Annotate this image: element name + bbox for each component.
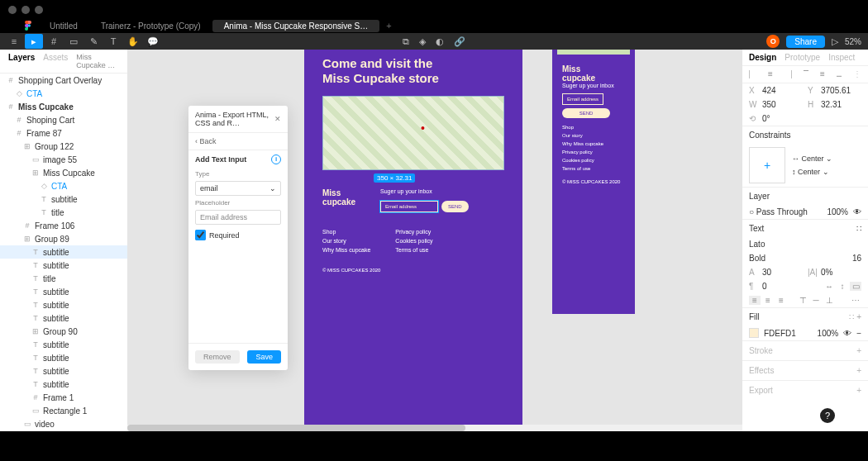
send-button[interactable]: SEND <box>441 201 469 212</box>
layer-item[interactable]: ⊞Group 89 <box>0 232 127 245</box>
blend-mode[interactable]: ○ Pass Through <box>749 207 808 216</box>
footer-link[interactable]: Cookies policy <box>395 238 432 244</box>
layer-item[interactable]: Tsubtitle <box>0 245 127 259</box>
design-frame-mobile[interactable]: Misscupcake Suger up your inbox Email ad… <box>552 50 635 314</box>
layer-item[interactable]: ▭video <box>0 417 127 430</box>
layer-item[interactable]: Tsubtitle <box>0 351 127 364</box>
constraint-widget[interactable] <box>749 147 785 183</box>
layer-item[interactable]: #Frame 87 <box>0 126 127 140</box>
footer-link[interactable]: Why Miss cupcake <box>322 247 370 253</box>
layer-item[interactable]: ⊞Group 88 <box>0 430 127 431</box>
line-height[interactable]: 30 <box>762 268 803 277</box>
inspect-tab[interactable]: Inspect <box>828 53 855 62</box>
text-align-row[interactable]: ≡≡≡⊤─⊥⋯ <box>742 293 868 307</box>
menu-button[interactable]: ≡ <box>5 34 23 49</box>
x-input[interactable]: 424 <box>762 86 803 95</box>
h-input[interactable]: 32.31 <box>821 100 861 109</box>
assets-tab[interactable]: Assets <box>43 53 68 69</box>
fill-opacity[interactable]: 100% <box>818 329 839 338</box>
move-tool[interactable]: ▸ <box>25 34 43 49</box>
horizontal-scrollbar[interactable] <box>127 425 742 431</box>
tab-trainerz[interactable]: Trainerz - Prototype (Copy) <box>89 20 212 32</box>
font-weight[interactable]: Bold <box>749 254 847 263</box>
back-button[interactable]: ‹ Back <box>188 133 288 150</box>
zoom-level[interactable]: 52% <box>845 37 861 46</box>
share-button[interactable]: Share <box>786 36 825 48</box>
align-controls[interactable]: ⎸≡⎹⎺≡⎽⋮ <box>742 66 868 83</box>
font-size[interactable]: 16 <box>852 254 861 263</box>
footer-link[interactable]: Why Miss cupcake <box>562 141 625 146</box>
layer-item[interactable]: Tsubtitle <box>0 364 127 378</box>
comment-tool[interactable]: 💬 <box>144 34 162 49</box>
component-icon[interactable]: ◈ <box>419 36 426 47</box>
info-icon[interactable]: i <box>271 154 281 164</box>
layer-item[interactable]: ▭image 55 <box>0 153 127 166</box>
layer-item[interactable]: #Shoping Cart <box>0 113 127 126</box>
placeholder-input[interactable]: Email address <box>195 210 281 225</box>
footer-link[interactable]: Shop <box>562 125 625 130</box>
letter-spacing[interactable]: 0% <box>821 268 861 277</box>
v-constraint[interactable]: ↕ Center ⌄ <box>792 168 832 176</box>
y-input[interactable]: 3705.61 <box>821 86 861 95</box>
help-button[interactable]: ? <box>820 408 835 423</box>
present-button[interactable]: ▷ <box>832 36 838 47</box>
layer-item[interactable]: ◇CTA <box>0 179 127 192</box>
style-picker[interactable]: ∷ <box>849 312 854 321</box>
design-tab[interactable]: Design <box>749 53 776 62</box>
rotation-input[interactable]: 0° <box>762 114 861 123</box>
footer-link[interactable]: Terms of use <box>562 166 625 171</box>
required-checkbox[interactable] <box>195 230 206 240</box>
frame-tool[interactable]: # <box>45 34 63 49</box>
layer-item[interactable]: Tsubtitle <box>0 259 127 272</box>
add-export[interactable]: + <box>856 386 861 395</box>
layer-item[interactable]: Tsubtitle <box>0 192 127 206</box>
eye-icon[interactable]: 👁 <box>853 207 861 216</box>
layer-item[interactable]: Ttitle <box>0 206 127 219</box>
layers-tab[interactable]: Layers <box>8 53 35 69</box>
layer-item[interactable]: Tsubtitle <box>0 338 127 351</box>
footer-link[interactable]: Privacy policy <box>562 150 625 154</box>
footer-link[interactable]: Cookies policy <box>562 158 625 163</box>
shape-tool[interactable]: ▭ <box>64 34 83 49</box>
pen-tool[interactable]: ✎ <box>84 34 103 49</box>
crop-icon[interactable]: ⧉ <box>403 36 409 47</box>
add-tab-button[interactable]: + <box>379 21 398 31</box>
footer-link[interactable]: Privacy policy <box>395 229 432 235</box>
remove-button[interactable]: Remove <box>195 350 240 364</box>
text-tool[interactable]: T <box>104 34 122 49</box>
layer-item[interactable]: Tsubtitle <box>0 311 127 325</box>
layer-item[interactable]: Ttitle <box>0 272 127 285</box>
email-input-selected[interactable]: Email address <box>380 201 438 212</box>
footer-link[interactable]: Terms of use <box>395 247 432 253</box>
layer-item[interactable]: #Miss Cupcake <box>0 100 127 113</box>
design-frame-desktop[interactable]: Come and visit the Miss Cupcake store Mi… <box>304 50 522 431</box>
eye-icon[interactable]: 👁 <box>843 329 851 338</box>
save-button[interactable]: Save <box>247 350 281 364</box>
fill-hex[interactable]: FDEFD1 <box>764 329 813 338</box>
w-input[interactable]: 350 <box>762 100 803 109</box>
h-constraint[interactable]: ↔ Center ⌄ <box>792 154 832 163</box>
footer-link[interactable]: Our story <box>562 133 625 138</box>
page-crumb[interactable]: Miss Cupcake … <box>76 53 119 69</box>
layer-item[interactable]: #Frame 106 <box>0 219 127 232</box>
tab-anima[interactable]: Anima - Miss Cupcake Responsive S… <box>212 20 380 32</box>
layer-item[interactable]: ⊞Group 122 <box>0 140 127 153</box>
font-family[interactable]: Lato <box>749 240 861 249</box>
layer-item[interactable]: ⊞Miss Cupcake <box>0 166 127 179</box>
style-icon[interactable]: ∷ <box>856 224 861 233</box>
tab-untitled[interactable]: Untitled <box>38 20 89 32</box>
layer-item[interactable]: ⊞Group 90 <box>0 325 127 338</box>
opacity[interactable]: 100% <box>827 207 848 216</box>
layer-item[interactable]: ▭Rectangle 1 <box>0 404 127 417</box>
close-icon[interactable]: ✕ <box>274 115 281 123</box>
layer-item[interactable]: #Frame 1 <box>0 391 127 404</box>
layer-item[interactable]: Tsubtitle <box>0 285 127 298</box>
mask-icon[interactable]: ◐ <box>436 36 444 47</box>
hand-tool[interactable]: ✋ <box>124 34 142 49</box>
send-button-sm[interactable]: SEND <box>562 108 610 118</box>
email-input-sm[interactable]: Email address <box>562 93 603 105</box>
fill-swatch[interactable] <box>749 328 759 338</box>
layer-item[interactable]: ◇CTA <box>0 87 127 100</box>
remove-fill[interactable]: − <box>856 329 861 338</box>
link-icon[interactable]: 🔗 <box>454 36 465 47</box>
